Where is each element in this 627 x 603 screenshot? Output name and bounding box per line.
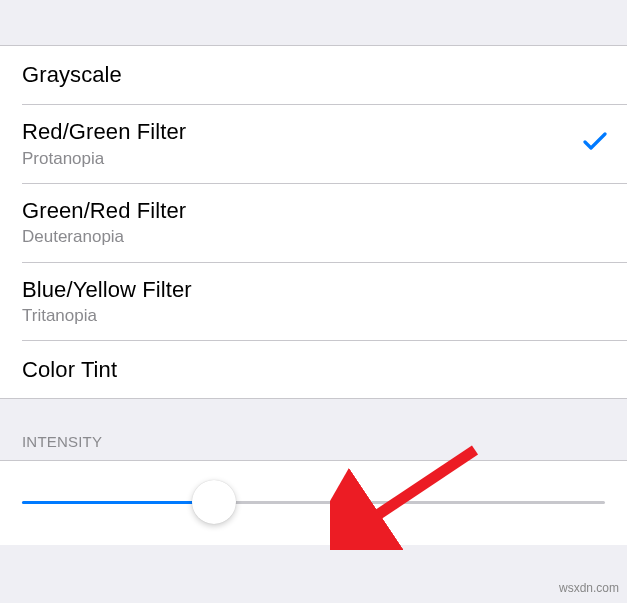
filter-title: Grayscale [22, 61, 607, 89]
top-spacer [0, 0, 627, 45]
filter-row-color-tint[interactable]: Color Tint [0, 340, 627, 398]
slider-thumb[interactable] [192, 480, 236, 524]
watermark: wsxdn.com [559, 581, 619, 595]
filter-row-red-green[interactable]: Red/Green Filter Protanopia [0, 104, 627, 183]
filter-title: Blue/Yellow Filter [22, 276, 607, 304]
filter-row-green-red[interactable]: Green/Red Filter Deuteranopia [0, 183, 627, 262]
filter-subtitle: Deuteranopia [22, 226, 607, 247]
slider-fill [22, 501, 214, 504]
filter-subtitle: Tritanopia [22, 305, 607, 326]
filter-title: Color Tint [22, 356, 607, 384]
filter-row-grayscale[interactable]: Grayscale [0, 46, 627, 104]
color-filters-group: Grayscale Red/Green Filter Protanopia Gr… [0, 45, 627, 399]
intensity-slider[interactable] [22, 485, 605, 519]
checkmark-icon [583, 131, 607, 156]
filter-title: Green/Red Filter [22, 197, 607, 225]
intensity-slider-group [0, 460, 627, 545]
filter-subtitle: Protanopia [22, 148, 571, 169]
intensity-header: INTENSITY [0, 399, 627, 460]
filter-row-blue-yellow[interactable]: Blue/Yellow Filter Tritanopia [0, 262, 627, 341]
filter-title: Red/Green Filter [22, 118, 571, 146]
